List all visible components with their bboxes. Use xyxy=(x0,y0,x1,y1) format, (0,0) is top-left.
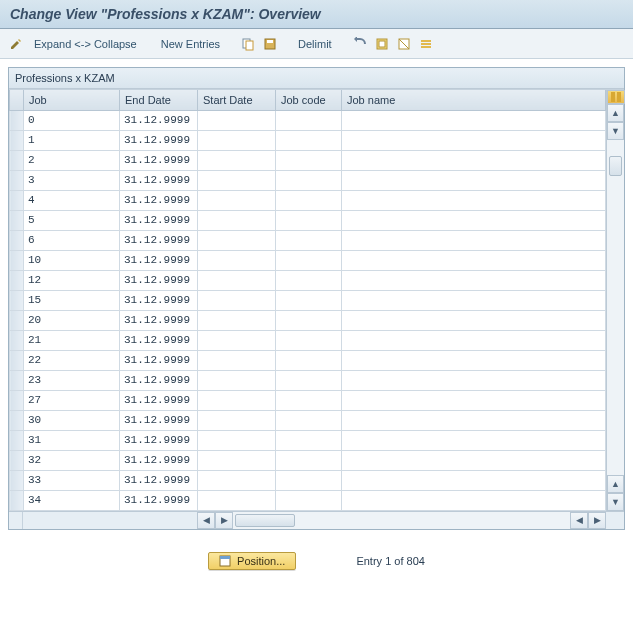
cell-job-code[interactable] xyxy=(276,470,342,490)
row-selector[interactable] xyxy=(10,310,24,330)
row-selector[interactable] xyxy=(10,390,24,410)
cell-start-date[interactable] xyxy=(198,230,276,250)
cell-end-date[interactable]: 31.12.9999 xyxy=(120,170,198,190)
vscroll-track[interactable] xyxy=(607,140,624,475)
col-job-code[interactable]: Job code xyxy=(276,90,342,110)
cell-end-date[interactable]: 31.12.9999 xyxy=(120,270,198,290)
cell-job-code[interactable] xyxy=(276,490,342,510)
row-selector[interactable] xyxy=(10,150,24,170)
cell-end-date[interactable]: 31.12.9999 xyxy=(120,370,198,390)
cell-job[interactable]: 1 xyxy=(24,130,120,150)
new-entries-button[interactable]: New Entries xyxy=(157,36,224,52)
cell-job-name[interactable] xyxy=(342,450,606,470)
cell-job-code[interactable] xyxy=(276,270,342,290)
cell-job-code[interactable] xyxy=(276,350,342,370)
undo-icon[interactable] xyxy=(352,36,368,52)
cell-job-code[interactable] xyxy=(276,370,342,390)
cell-job-code[interactable] xyxy=(276,230,342,250)
cell-start-date[interactable] xyxy=(198,390,276,410)
cell-job-code[interactable] xyxy=(276,290,342,310)
row-selector[interactable] xyxy=(10,370,24,390)
cell-job-name[interactable] xyxy=(342,130,606,150)
cell-job-name[interactable] xyxy=(342,290,606,310)
cell-end-date[interactable]: 31.12.9999 xyxy=(120,470,198,490)
hscroll-track[interactable] xyxy=(233,512,570,529)
row-selector[interactable] xyxy=(10,130,24,150)
cell-job-name[interactable] xyxy=(342,190,606,210)
cell-end-date[interactable]: 31.12.9999 xyxy=(120,230,198,250)
scroll-right-button[interactable]: ▶ xyxy=(588,512,606,529)
cell-job-code[interactable] xyxy=(276,250,342,270)
cell-start-date[interactable] xyxy=(198,250,276,270)
col-job[interactable]: Job xyxy=(24,90,120,110)
cell-job-code[interactable] xyxy=(276,410,342,430)
row-selector[interactable] xyxy=(10,450,24,470)
cell-job[interactable]: 2 xyxy=(24,150,120,170)
cell-start-date[interactable] xyxy=(198,430,276,450)
cell-end-date[interactable]: 31.12.9999 xyxy=(120,450,198,470)
cell-end-date[interactable]: 31.12.9999 xyxy=(120,310,198,330)
row-selector[interactable] xyxy=(10,170,24,190)
cell-job[interactable]: 30 xyxy=(24,410,120,430)
cell-end-date[interactable]: 31.12.9999 xyxy=(120,130,198,150)
deselect-all-icon[interactable] xyxy=(396,36,412,52)
cell-job[interactable]: 27 xyxy=(24,390,120,410)
cell-job[interactable]: 21 xyxy=(24,330,120,350)
cell-end-date[interactable]: 31.12.9999 xyxy=(120,250,198,270)
cell-job-code[interactable] xyxy=(276,210,342,230)
scroll-left-button[interactable]: ◀ xyxy=(197,512,215,529)
cell-job-name[interactable] xyxy=(342,470,606,490)
cell-job-code[interactable] xyxy=(276,150,342,170)
cell-job-name[interactable] xyxy=(342,150,606,170)
cell-job[interactable]: 31 xyxy=(24,430,120,450)
cell-start-date[interactable] xyxy=(198,490,276,510)
cell-job-code[interactable] xyxy=(276,430,342,450)
cell-start-date[interactable] xyxy=(198,410,276,430)
cell-end-date[interactable]: 31.12.9999 xyxy=(120,190,198,210)
row-selector[interactable] xyxy=(10,350,24,370)
cell-job-name[interactable] xyxy=(342,230,606,250)
row-selector[interactable] xyxy=(10,410,24,430)
scroll-left-end-button[interactable]: ◀ xyxy=(570,512,588,529)
select-all-icon[interactable] xyxy=(374,36,390,52)
cell-end-date[interactable]: 31.12.9999 xyxy=(120,330,198,350)
vscroll-thumb[interactable] xyxy=(609,156,622,176)
cell-job[interactable]: 23 xyxy=(24,370,120,390)
row-selector[interactable] xyxy=(10,210,24,230)
cell-start-date[interactable] xyxy=(198,370,276,390)
col-end-date[interactable]: End Date xyxy=(120,90,198,110)
pencil-icon[interactable] xyxy=(8,36,24,52)
cell-job[interactable]: 15 xyxy=(24,290,120,310)
cell-job[interactable]: 4 xyxy=(24,190,120,210)
row-selector[interactable] xyxy=(10,330,24,350)
list-icon[interactable] xyxy=(418,36,434,52)
cell-start-date[interactable] xyxy=(198,290,276,310)
cell-end-date[interactable]: 31.12.9999 xyxy=(120,390,198,410)
row-selector[interactable] xyxy=(10,430,24,450)
cell-job-name[interactable] xyxy=(342,370,606,390)
cell-job-code[interactable] xyxy=(276,390,342,410)
cell-job[interactable]: 5 xyxy=(24,210,120,230)
cell-job-name[interactable] xyxy=(342,350,606,370)
cell-start-date[interactable] xyxy=(198,310,276,330)
row-selector[interactable] xyxy=(10,290,24,310)
cell-start-date[interactable] xyxy=(198,470,276,490)
cell-job-name[interactable] xyxy=(342,210,606,230)
cell-job-code[interactable] xyxy=(276,330,342,350)
col-start-date[interactable]: Start Date xyxy=(198,90,276,110)
cell-job-code[interactable] xyxy=(276,450,342,470)
cell-start-date[interactable] xyxy=(198,270,276,290)
cell-job-name[interactable] xyxy=(342,250,606,270)
cell-job-code[interactable] xyxy=(276,310,342,330)
cell-start-date[interactable] xyxy=(198,450,276,470)
cell-job-code[interactable] xyxy=(276,170,342,190)
cell-job-name[interactable] xyxy=(342,430,606,450)
cell-job[interactable]: 3 xyxy=(24,170,120,190)
hscroll-thumb[interactable] xyxy=(235,514,295,527)
col-job-name[interactable]: Job name xyxy=(342,90,606,110)
cell-job[interactable]: 22 xyxy=(24,350,120,370)
configure-columns-icon[interactable] xyxy=(607,90,625,104)
cell-end-date[interactable]: 31.12.9999 xyxy=(120,150,198,170)
cell-end-date[interactable]: 31.12.9999 xyxy=(120,410,198,430)
cell-job-name[interactable] xyxy=(342,330,606,350)
